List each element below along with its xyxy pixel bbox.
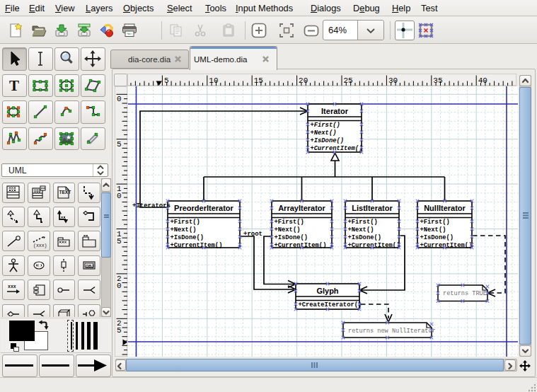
svg-text:+CurrentItem(): +CurrentItem() bbox=[171, 242, 223, 249]
svg-text:(xxx): (xxx) bbox=[33, 243, 47, 248]
svg-text:+Next(): +Next() bbox=[311, 129, 337, 137]
svg-text:15: 15 bbox=[254, 76, 263, 85]
svg-text:returns new NullIterator: returns new NullIterator bbox=[348, 328, 436, 335]
svg-text:+IsDone(): +IsDone() bbox=[311, 137, 345, 144]
svg-text:+First(): +First() bbox=[311, 122, 340, 129]
svg-text:+IsDone(): +IsDone() bbox=[348, 234, 382, 241]
svg-text:0: 0 bbox=[117, 282, 122, 290]
svg-text:+First(): +First() bbox=[275, 219, 304, 226]
svg-text:5: 5 bbox=[117, 140, 122, 149]
svg-text:ListIterator: ListIterator bbox=[352, 204, 393, 212]
svg-text:+CurrentItem(): +CurrentItem() bbox=[275, 242, 327, 249]
svg-text:+IsDone(): +IsDone() bbox=[275, 234, 308, 241]
svg-text:+IsDone(): +IsDone() bbox=[171, 234, 204, 241]
svg-text:xxx: xxx bbox=[8, 284, 16, 289]
svg-text:Glyph: Glyph bbox=[316, 287, 338, 295]
svg-text:+Next(): +Next() bbox=[171, 226, 197, 234]
svg-text:10: 10 bbox=[209, 76, 218, 85]
svg-text:returns TRUE: returns TRUE bbox=[443, 290, 487, 297]
svg-text:+IsDone(): +IsDone() bbox=[420, 234, 454, 241]
svg-text:NullIterator: NullIterator bbox=[424, 204, 466, 212]
svg-text:35: 35 bbox=[433, 76, 442, 85]
svg-text:5: 5 bbox=[117, 237, 122, 246]
svg-text:PreorderIterator: PreorderIterator bbox=[174, 204, 233, 212]
svg-text:30: 30 bbox=[388, 76, 398, 85]
svg-text:+CurrentItem(): +CurrentItem() bbox=[420, 242, 473, 249]
svg-text:TEXT: TEXT bbox=[59, 190, 71, 195]
svg-text:20: 20 bbox=[299, 76, 308, 85]
svg-text:+Next(): +Next() bbox=[348, 226, 374, 234]
svg-text:+CurrentItem(): +CurrentItem() bbox=[348, 242, 400, 249]
svg-text:40: 40 bbox=[478, 76, 487, 85]
svg-text:5: 5 bbox=[117, 326, 122, 335]
svg-text:0: 0 bbox=[117, 192, 122, 200]
svg-text:T: T bbox=[9, 77, 19, 94]
svg-text:+Next(): +Next() bbox=[275, 226, 301, 234]
svg-text:+First(): +First() bbox=[171, 219, 200, 226]
svg-text:OBJ: OBJ bbox=[86, 264, 93, 268]
svg-text:25: 25 bbox=[344, 76, 353, 85]
svg-text:+First(): +First() bbox=[348, 219, 378, 226]
svg-text:ArrayIterator: ArrayIterator bbox=[278, 204, 325, 212]
svg-text:+Iterators: +Iterators bbox=[132, 202, 171, 209]
svg-text:+CreateIterator(): +CreateIterator() bbox=[299, 301, 362, 309]
svg-text:+Next(): +Next() bbox=[420, 226, 446, 234]
svg-text:+First(): +First() bbox=[420, 219, 450, 226]
svg-text:Iterator: Iterator bbox=[321, 107, 349, 115]
svg-text:+root: +root bbox=[243, 231, 262, 238]
svg-text:0: 0 bbox=[117, 95, 122, 103]
